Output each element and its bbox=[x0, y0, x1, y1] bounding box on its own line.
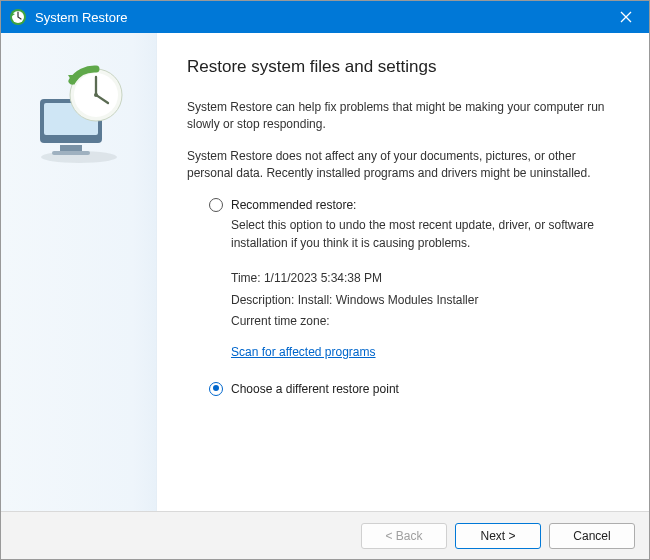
radio-recommended[interactable] bbox=[209, 198, 223, 212]
wizard-main-panel: Restore system files and settings System… bbox=[157, 33, 649, 511]
system-restore-window: System Restore bbox=[0, 0, 650, 560]
option-different-label: Choose a different restore point bbox=[231, 381, 399, 398]
restore-timezone: Current time zone: bbox=[231, 311, 619, 333]
close-icon bbox=[620, 11, 632, 23]
next-button[interactable]: Next > bbox=[455, 523, 541, 549]
scan-affected-programs-link[interactable]: Scan for affected programs bbox=[231, 345, 376, 359]
option-recommended-description: Select this option to undo the most rece… bbox=[231, 217, 619, 252]
window-title: System Restore bbox=[35, 10, 603, 25]
restore-description: Description: Install: Windows Modules In… bbox=[231, 290, 619, 312]
back-button: < Back bbox=[361, 523, 447, 549]
restore-clock-monitor-icon bbox=[24, 61, 134, 171]
recommended-restore-details: Time: 1/11/2023 5:34:38 PM Description: … bbox=[231, 268, 619, 375]
titlebar: System Restore bbox=[1, 1, 649, 33]
radio-different[interactable] bbox=[209, 382, 223, 396]
option-recommended-restore[interactable]: Recommended restore: bbox=[209, 197, 619, 214]
svg-rect-6 bbox=[52, 151, 90, 155]
wizard-sidebar bbox=[1, 33, 157, 511]
cancel-button[interactable]: Cancel bbox=[549, 523, 635, 549]
restore-time: Time: 1/11/2023 5:34:38 PM bbox=[231, 268, 619, 290]
dialog-body: Restore system files and settings System… bbox=[1, 33, 649, 511]
system-restore-app-icon bbox=[9, 8, 27, 26]
close-button[interactable] bbox=[603, 1, 649, 33]
intro-paragraph-2: System Restore does not affect any of yo… bbox=[187, 148, 619, 183]
restore-options-group: Recommended restore: Select this option … bbox=[187, 197, 619, 398]
wizard-footer: < Back Next > Cancel bbox=[1, 511, 649, 559]
svg-point-9 bbox=[94, 93, 98, 97]
page-heading: Restore system files and settings bbox=[187, 57, 619, 77]
option-recommended-label: Recommended restore: bbox=[231, 197, 356, 214]
intro-paragraph-1: System Restore can help fix problems tha… bbox=[187, 99, 619, 134]
option-different-restore-point[interactable]: Choose a different restore point bbox=[209, 381, 619, 398]
svg-rect-5 bbox=[60, 145, 82, 151]
